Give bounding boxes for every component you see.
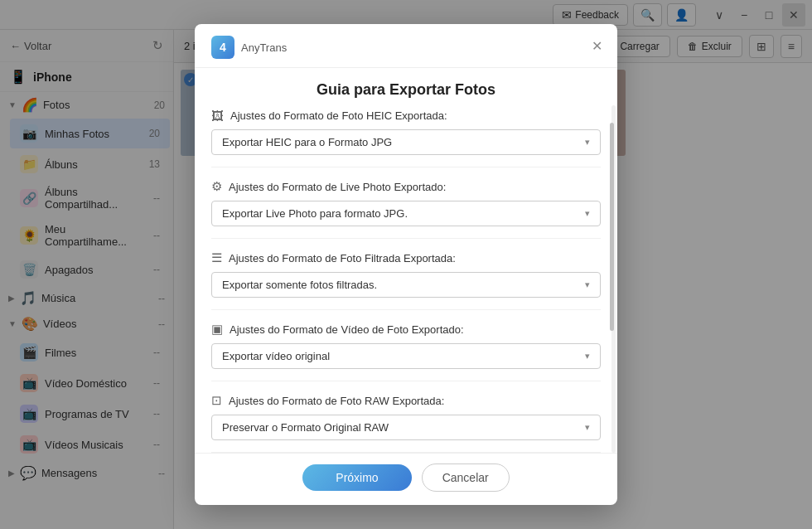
modal-logo: 4	[211, 36, 234, 59]
modal-section-heic: 🖼 Ajustes do Formato de Foto HEIC Export…	[211, 109, 601, 167]
modal-section-raw: ⊡ Ajustes do Formato de Foto RAW Exporta…	[211, 393, 601, 453]
livephoto-select-value: Exportar Live Photo para formato JPG.	[222, 207, 408, 220]
livephoto-select[interactable]: Exportar Live Photo para formato JPG. ▾	[211, 201, 601, 226]
chevron-down-livephoto-icon: ▾	[585, 208, 590, 219]
video-section-label: Ajustes do Formato de Vídeo de Foto Expo…	[230, 323, 464, 336]
modal-app-name: AnyTrans	[241, 41, 287, 54]
heic-select[interactable]: Exportar HEIC para o Formato JPG ▾	[211, 129, 601, 155]
chevron-down-filtrada-icon: ▾	[585, 279, 590, 290]
modal-close-button[interactable]: ✕	[587, 36, 606, 55]
next-btn-label: Próximo	[336, 471, 378, 484]
livephoto-section-label: Ajustes do Formato de Live Photo Exporta…	[229, 181, 446, 193]
scrollbar-thumb[interactable]	[610, 123, 614, 331]
scrollbar-track	[611, 105, 616, 453]
modal-footer: Próximo Cancelar	[195, 453, 617, 505]
image-icon: 🖼	[211, 109, 224, 123]
video-label: ▣ Ajustes do Formato de Vídeo de Foto Ex…	[211, 322, 601, 337]
modal-section-video: ▣ Ajustes do Formato de Vídeo de Foto Ex…	[211, 322, 601, 381]
modal-section-livephoto: ⚙ Ajustes do Formato de Live Photo Expor…	[211, 179, 601, 239]
modal-header: 4 AnyTrans ✕	[195, 24, 617, 68]
raw-section-label: Ajustes do Formato de Foto RAW Exportada…	[229, 395, 444, 407]
chevron-down-heic-icon: ▾	[585, 137, 590, 148]
video-select-value: Exportar vídeo original	[222, 350, 330, 362]
list-icon: ☰	[211, 250, 222, 265]
raw-label: ⊡ Ajustes do Formato de Foto RAW Exporta…	[211, 393, 601, 408]
livephoto-label: ⚙ Ajustes do Formato de Live Photo Expor…	[211, 179, 601, 194]
heic-section-label: Ajustes do Formato de Foto HEIC Exportad…	[230, 109, 447, 122]
filtrada-label: ☰ Ajustes do Formato de Foto Filtrada Ex…	[211, 250, 601, 265]
video-icon: ▣	[211, 322, 223, 337]
modal-title: Guia para Exportar Fotos	[195, 68, 617, 105]
raw-select-value: Preservar o Formato Original RAW	[222, 421, 389, 434]
video-select[interactable]: Exportar vídeo original ▾	[211, 343, 601, 369]
heic-select-value: Exportar HEIC para o Formato JPG	[222, 136, 392, 148]
next-button[interactable]: Próximo	[302, 464, 411, 491]
settings-icon: ⚙	[211, 179, 222, 194]
modal-section-filtrada: ☰ Ajustes do Formato de Foto Filtrada Ex…	[211, 250, 601, 310]
filtrada-select-value: Exportar somente fotos filtradas.	[222, 279, 377, 291]
filtrada-section-label: Ajustes do Formato de Foto Filtrada Expo…	[229, 252, 456, 264]
heic-label: 🖼 Ajustes do Formato de Foto HEIC Export…	[211, 109, 601, 123]
modal-body: 🖼 Ajustes do Formato de Foto HEIC Export…	[195, 105, 617, 453]
export-modal: 4 AnyTrans ✕ Guia para Exportar Fotos 🖼 …	[195, 24, 617, 505]
raw-select[interactable]: Preservar o Formato Original RAW ▾	[211, 415, 601, 440]
cancel-button[interactable]: Cancelar	[422, 463, 510, 492]
raw-icon: ⊡	[211, 393, 222, 408]
cancel-btn-label: Cancelar	[442, 471, 489, 484]
logo-letter: 4	[220, 41, 226, 54]
filtrada-select[interactable]: Exportar somente fotos filtradas. ▾	[211, 272, 601, 298]
chevron-down-video-icon: ▾	[585, 351, 590, 362]
modal-overlay: 4 AnyTrans ✕ Guia para Exportar Fotos 🖼 …	[0, 0, 812, 529]
chevron-down-raw-icon: ▾	[585, 422, 590, 433]
